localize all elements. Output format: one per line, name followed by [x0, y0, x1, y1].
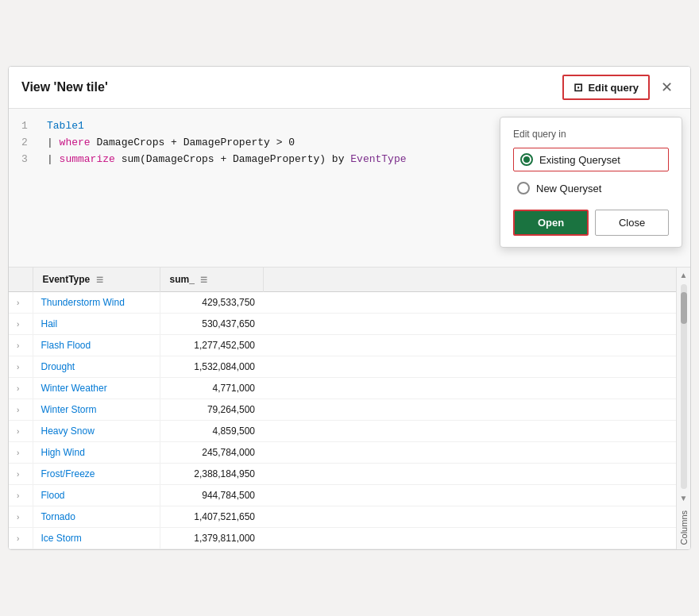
sum-cell: 4,771,000 [160, 378, 263, 399]
event-name[interactable]: Frost/Freeze [41, 468, 95, 479]
sum-cell: 1,379,811,000 [160, 528, 263, 549]
table-row: › Winter Storm 79,264,500 [9, 399, 690, 421]
table-row: › Winter Weather 4,771,000 [9, 378, 690, 399]
event-cell: Winter Weather [33, 378, 160, 399]
sum-value: 1,407,521,650 [168, 511, 256, 522]
sum-value: 1,532,084,000 [168, 361, 256, 372]
event-name[interactable]: Tornado [41, 511, 75, 522]
col-eventtype[interactable]: EventType ☰ [33, 268, 160, 292]
sum-value: 944,784,500 [168, 490, 256, 501]
expand-cell: › [9, 335, 33, 356]
col-sum-filter-icon[interactable]: ☰ [200, 275, 207, 284]
col-filter-icon[interactable]: ☰ [96, 275, 103, 284]
popup-label: Edit query in [513, 129, 669, 140]
table-row: › Flood 944,784,500 [9, 485, 690, 506]
expand-cell: › [9, 292, 33, 314]
expand-arrow[interactable]: › [17, 406, 19, 414]
sum-value: 429,533,750 [168, 297, 256, 308]
sum-cell: 79,264,500 [160, 399, 263, 421]
scroll-down-arrow[interactable]: ▼ [680, 491, 688, 506]
event-name[interactable]: Flood [41, 490, 65, 501]
event-cell: Flash Flood [33, 335, 160, 356]
edit-query-button[interactable]: ⊡ Edit query [562, 75, 650, 100]
event-name[interactable]: Hail [41, 318, 58, 329]
expand-arrow[interactable]: › [17, 491, 19, 500]
event-name[interactable]: Drought [41, 361, 75, 372]
expand-arrow[interactable]: › [17, 298, 19, 307]
sum-cell: 429,533,750 [160, 292, 263, 314]
expand-cell: › [9, 399, 33, 421]
sum-cell: 944,784,500 [160, 485, 263, 506]
popup-actions: Open Close [513, 210, 669, 236]
main-container: View 'New tile' ⊡ Edit query ✕ 1 Table1 … [8, 66, 691, 550]
expand-arrow[interactable]: › [17, 341, 19, 350]
expand-cell: › [9, 528, 33, 549]
expand-arrow[interactable]: › [17, 427, 19, 436]
table-row: › Drought 1,532,084,000 [9, 356, 690, 378]
popup-close-button[interactable]: Close [595, 210, 669, 236]
table-row: › Heavy Snow 4,859,500 [9, 421, 690, 442]
event-name[interactable]: Thunderstorm Wind [41, 297, 125, 308]
option-new-queryset[interactable]: New Queryset [513, 178, 669, 198]
expand-cell: › [9, 442, 33, 464]
event-name[interactable]: Ice Storm [41, 533, 82, 544]
event-cell: Flood [33, 485, 160, 506]
expand-arrow[interactable]: › [17, 449, 19, 457]
event-name[interactable]: Flash Flood [41, 340, 91, 351]
expand-arrow[interactable]: › [17, 534, 19, 543]
expand-cell: › [9, 378, 33, 399]
edit-query-popup: Edit query in Existing Queryset New Quer… [500, 117, 682, 248]
table-row: › High Wind 245,784,000 [9, 442, 690, 464]
sum-value: 1,379,811,000 [168, 533, 256, 544]
columns-label[interactable]: Columns [678, 506, 690, 549]
open-button[interactable]: Open [513, 210, 589, 236]
expand-cell: › [9, 464, 33, 485]
header-actions: ⊡ Edit query ✕ [562, 75, 678, 100]
event-cell: High Wind [33, 442, 160, 464]
scroll-up-arrow[interactable]: ▲ [680, 268, 688, 283]
scrollbar-panel: ▲ ▼ Columns [676, 268, 690, 549]
event-cell: Ice Storm [33, 528, 160, 549]
table-body: › Thunderstorm Wind 429,533,750 › Hail 5… [9, 292, 690, 549]
col-sum[interactable]: sum_ ☰ [160, 268, 263, 292]
table-wrapper: EventType ☰ sum_ ☰ › Thunderstorm Wind 4… [9, 268, 690, 549]
sum-cell: 245,784,000 [160, 442, 263, 464]
event-cell: Thunderstorm Wind [33, 292, 160, 314]
radio-group: Existing Queryset New Queryset [513, 148, 669, 198]
event-cell: Hail [33, 314, 160, 335]
expand-arrow[interactable]: › [17, 513, 19, 522]
event-name[interactable]: High Wind [41, 447, 85, 458]
col-empty [263, 268, 690, 292]
expand-arrow[interactable]: › [17, 470, 19, 479]
sum-value: 245,784,000 [168, 447, 256, 458]
edit-query-icon: ⊡ [573, 81, 583, 94]
option-existing-queryset[interactable]: Existing Queryset [513, 148, 669, 171]
expand-arrow[interactable]: › [17, 320, 19, 329]
table-row: › Ice Storm 1,379,811,000 [9, 528, 690, 549]
table-row: › Hail 530,437,650 [9, 314, 690, 335]
sum-value: 2,388,184,950 [168, 468, 256, 479]
data-table: EventType ☰ sum_ ☰ › Thunderstorm Wind 4… [9, 268, 690, 549]
sum-cell: 2,388,184,950 [160, 464, 263, 485]
sum-cell: 4,859,500 [160, 421, 263, 442]
expand-arrow[interactable]: › [17, 363, 19, 372]
sum-value: 4,771,000 [168, 383, 256, 394]
scrollbar-thumb[interactable] [681, 292, 687, 324]
event-cell: Winter Storm [33, 399, 160, 421]
expand-cell: › [9, 506, 33, 528]
sum-value: 530,437,650 [168, 318, 256, 329]
expand-cell: › [9, 421, 33, 442]
expand-cell: › [9, 356, 33, 378]
option-existing-label: Existing Queryset [539, 154, 620, 166]
event-name[interactable]: Winter Weather [41, 383, 107, 394]
option-new-label: New Queryset [536, 183, 601, 194]
event-name[interactable]: Heavy Snow [41, 425, 95, 437]
radio-new-circle [517, 182, 530, 194]
close-button[interactable]: ✕ [656, 77, 678, 98]
expand-arrow[interactable]: › [17, 384, 19, 393]
expand-col-header [9, 268, 33, 292]
sum-cell: 1,277,452,500 [160, 335, 263, 356]
page-title: View 'New tile' [21, 80, 108, 94]
event-name[interactable]: Winter Storm [41, 404, 97, 415]
event-cell: Drought [33, 356, 160, 378]
